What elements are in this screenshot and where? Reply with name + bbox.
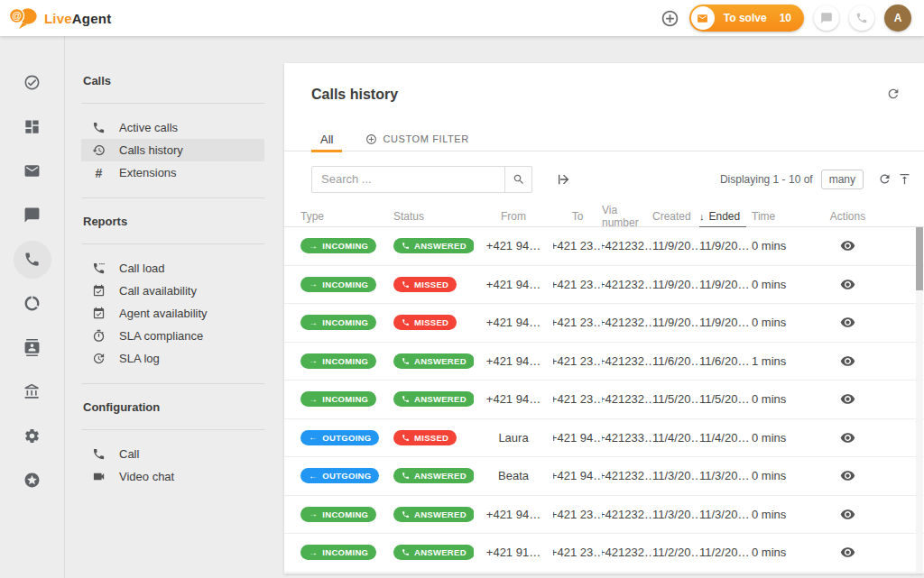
column-header-to[interactable]: To bbox=[553, 206, 602, 227]
column-header-status[interactable]: Status bbox=[393, 206, 474, 227]
avatar[interactable]: A bbox=[884, 5, 911, 32]
column-header-label: Via number bbox=[602, 204, 652, 229]
divider bbox=[81, 243, 264, 244]
sidebar-item-call-load[interactable]: Call load bbox=[81, 257, 264, 280]
call-type-badge: →INCOMING bbox=[300, 507, 376, 522]
from-cell: +421 94… bbox=[474, 354, 553, 368]
column-header-label: Created bbox=[652, 210, 691, 223]
column-header-created[interactable]: Created bbox=[652, 206, 699, 227]
view-call-button[interactable] bbox=[840, 468, 855, 483]
column-header-ended[interactable]: ↓Ended bbox=[699, 206, 752, 227]
calls-button[interactable] bbox=[849, 5, 874, 31]
check-circle-icon bbox=[23, 74, 41, 91]
bank-icon bbox=[23, 383, 41, 400]
tab-all[interactable]: All bbox=[311, 126, 342, 151]
reload-list-button[interactable] bbox=[878, 172, 892, 186]
sidebar-item-calls-history[interactable]: Calls history bbox=[81, 139, 264, 161]
rail-bubble bbox=[14, 417, 51, 455]
phone-icon bbox=[402, 395, 410, 403]
created-cell: 11/9/20… bbox=[652, 278, 699, 291]
calendar-check-icon bbox=[92, 284, 106, 298]
sidebar-section-items: CallVideo chat bbox=[81, 443, 264, 488]
rail-item-star-circle[interactable] bbox=[0, 458, 65, 502]
calendar-check-icon bbox=[92, 307, 106, 320]
rail-item-bank[interactable] bbox=[0, 370, 65, 414]
table-row[interactable]: ←OUTGOING ANSWERED Beata +421 94… +42123… bbox=[284, 457, 924, 496]
ended-cell: 11/9/20… bbox=[699, 278, 752, 291]
table-row[interactable]: →INCOMING ANSWERED +421 94… +421 23… +42… bbox=[284, 381, 924, 419]
to-solve-button[interactable]: To solve 10 bbox=[689, 5, 804, 32]
sidebar-item-extensions[interactable]: #Extensions bbox=[81, 161, 264, 184]
created-cell: 11/4/20… bbox=[652, 431, 699, 445]
sidebar: CallsActive callsCalls history#Extension… bbox=[66, 36, 275, 578]
view-call-button[interactable] bbox=[840, 391, 855, 407]
chats-button[interactable] bbox=[814, 5, 839, 31]
sidebar-item-agent-availability[interactable]: Agent availability bbox=[81, 302, 264, 325]
table-row[interactable]: →INCOMING MISSED +421 94… +421 23… +4212… bbox=[284, 266, 924, 305]
to-cell: +421 23… bbox=[553, 546, 602, 559]
main-panel: Calls history All CUSTOM FILTER Displayi… bbox=[284, 63, 924, 573]
direction-arrow-icon: → bbox=[309, 318, 318, 327]
to-cell: +421 94… bbox=[553, 431, 602, 445]
table-scrollbar[interactable] bbox=[916, 227, 923, 573]
refresh-button[interactable] bbox=[886, 87, 901, 105]
tab-custom-filter[interactable]: CUSTOM FILTER bbox=[356, 126, 477, 151]
scroll-top-button[interactable] bbox=[898, 172, 911, 186]
ended-cell: 11/2/20… bbox=[699, 546, 752, 559]
column-header-time[interactable]: Time bbox=[752, 206, 808, 227]
from-cell: +421 94… bbox=[474, 239, 553, 252]
sidebar-item-call-availability[interactable]: Call availability bbox=[81, 280, 264, 302]
rail-item-check-circle[interactable] bbox=[0, 60, 65, 105]
view-call-button[interactable] bbox=[840, 315, 855, 330]
rail-item-settings[interactable] bbox=[0, 414, 65, 458]
scrollbar-thumb[interactable] bbox=[916, 227, 923, 290]
sidebar-item-sla-compliance[interactable]: SLA compliance bbox=[81, 325, 264, 347]
table-row[interactable]: →INCOMING ANSWERED +421 94… +421 23… +42… bbox=[284, 496, 924, 535]
column-header-actions[interactable]: Actions bbox=[808, 206, 924, 227]
view-call-button[interactable] bbox=[840, 277, 855, 292]
to-solve-label: To solve bbox=[724, 12, 767, 24]
sidebar-item-label: Active calls bbox=[119, 121, 178, 134]
time-cell: 1 mins bbox=[752, 354, 808, 368]
sidebar-item-call[interactable]: Call bbox=[81, 443, 264, 465]
table-row[interactable]: ←OUTGOING MISSED Laura +421 94… +421233…… bbox=[284, 419, 924, 458]
call-status-badge: ANSWERED bbox=[393, 238, 474, 253]
rail-item-progress-circle[interactable] bbox=[0, 281, 65, 326]
search-button[interactable] bbox=[504, 167, 531, 192]
brand-logo: @ LiveAgent bbox=[9, 6, 111, 30]
rail-item-phone[interactable] bbox=[0, 237, 65, 281]
search-input[interactable] bbox=[312, 167, 504, 192]
rail-item-mail[interactable] bbox=[0, 149, 65, 193]
rail-item-contacts[interactable] bbox=[0, 326, 65, 370]
video-icon bbox=[92, 470, 106, 483]
table-row[interactable]: →INCOMING ANSWERED +421 94… +421 23… +42… bbox=[284, 227, 924, 266]
call-status-badge: MISSED bbox=[393, 277, 457, 292]
sidebar-item-active-calls[interactable]: Active calls bbox=[81, 116, 264, 139]
to-cell: +421 23… bbox=[553, 239, 602, 252]
divider bbox=[81, 103, 264, 104]
via-number-cell: +421232… bbox=[602, 508, 652, 521]
column-header-type[interactable]: Type bbox=[300, 206, 393, 227]
rail-item-dashboard[interactable] bbox=[0, 105, 65, 149]
sidebar-item-video-chat[interactable]: Video chat bbox=[81, 465, 264, 488]
view-call-button[interactable] bbox=[840, 545, 855, 560]
view-call-button[interactable] bbox=[840, 238, 855, 253]
add-button[interactable] bbox=[661, 9, 679, 28]
sidebar-item-sla-log[interactable]: SLA log bbox=[81, 347, 264, 370]
rail-item-chat[interactable] bbox=[0, 193, 65, 237]
direction-arrow-icon: → bbox=[309, 509, 318, 518]
rail-bubble bbox=[14, 241, 51, 279]
view-call-button[interactable] bbox=[840, 507, 855, 522]
table-row[interactable]: →INCOMING MISSED +421 94… +421 23… +4212… bbox=[284, 304, 924, 343]
to-cell: +421 94… bbox=[553, 469, 602, 482]
view-call-button[interactable] bbox=[840, 353, 855, 369]
total-count-button[interactable]: many bbox=[821, 170, 864, 189]
table-row[interactable]: →INCOMING ANSWERED +421 94… +421 23… +42… bbox=[284, 343, 924, 381]
view-call-button[interactable] bbox=[840, 430, 855, 445]
forward-arrow-button[interactable] bbox=[557, 172, 571, 187]
divider bbox=[81, 197, 264, 198]
column-header-via-number[interactable]: Via number bbox=[602, 206, 652, 227]
column-header-from[interactable]: From bbox=[474, 206, 553, 227]
sidebar-item-label: Call availability bbox=[119, 284, 197, 298]
table-row[interactable]: →INCOMING ANSWERED +421 91… +421 23… +42… bbox=[284, 534, 924, 573]
